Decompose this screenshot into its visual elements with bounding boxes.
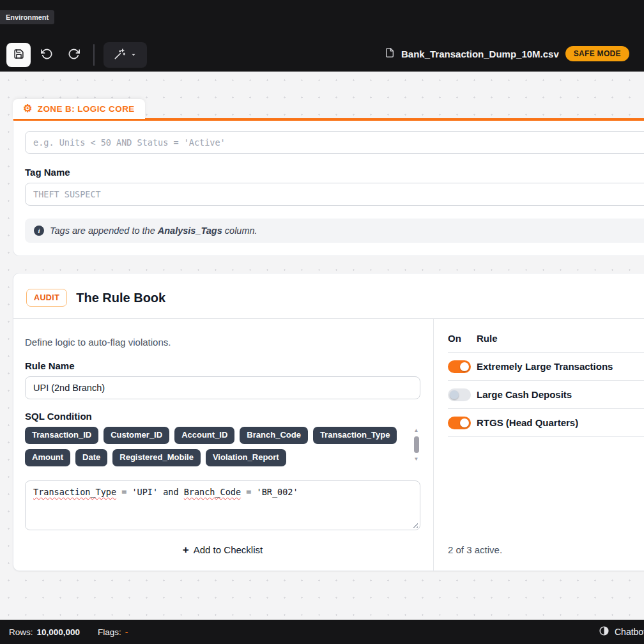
active-file-info: Bank_Transaction_Dump_10M.csv SAFE MODE	[385, 46, 629, 61]
save-icon	[13, 49, 24, 61]
column-pill[interactable]: Branch_Code	[240, 427, 308, 444]
rows-value: 10,000,000	[37, 627, 80, 637]
rules-list-column: On Rule Extremely Large TransactionsLarg…	[434, 319, 644, 571]
redo-icon	[68, 48, 80, 62]
magic-wand-icon	[114, 48, 126, 62]
rule-toggle[interactable]	[448, 360, 471, 373]
column-pill[interactable]: Account_ID	[174, 427, 234, 444]
zone-b-tab-label: ZONE B: LOGIC CORE	[38, 104, 135, 114]
top-toolbar: Environment	[0, 0, 644, 72]
chatbot-icon	[599, 625, 610, 638]
toolbar-buttons	[6, 42, 147, 68]
tag-name-label: Tag Name	[25, 167, 644, 178]
chevron-down-icon	[130, 50, 137, 60]
info-note-text: Tags are appended to the Analysis_Tags c…	[50, 226, 257, 236]
pill-list-scrollbar[interactable]: ▲ ▼	[412, 427, 420, 475]
column-pill[interactable]: Registered_Mobile	[112, 449, 201, 466]
rows-label: Rows:	[9, 627, 33, 637]
sql-condition-text: Transaction_Type = 'UPI' and Branch_Code…	[33, 487, 412, 497]
column-pill[interactable]: Violation_Report	[206, 449, 286, 466]
magic-wand-button[interactable]	[103, 42, 147, 68]
main-content: ⚙ ZONE B: LOGIC CORE Tag Name i Tags are…	[0, 72, 644, 620]
rule-name-input[interactable]	[25, 376, 420, 399]
zone-b-tab[interactable]: ⚙ ZONE B: LOGIC CORE	[13, 99, 145, 119]
safe-mode-badge: SAFE MODE	[565, 46, 629, 61]
sql-token: Transaction_Type	[33, 487, 116, 497]
rule-book-body: Define logic to auto-flag violations. Ru…	[13, 319, 644, 571]
scrollbar-thumb[interactable]	[414, 436, 419, 453]
active-filename: Bank_Transaction_Dump_10M.csv	[401, 49, 559, 59]
rule-book-subtitle: Define logic to auto-flag violations.	[25, 337, 420, 348]
column-pill-area: Transaction_IDCustomer_IDAccount_IDBranc…	[25, 427, 420, 475]
sql-token: Branch_Code	[184, 487, 241, 497]
rule-label: RTGS (Head Quarters)	[477, 417, 578, 428]
column-pill[interactable]: Transaction_Type	[313, 427, 397, 444]
rule-book-panel: AUDIT The Rule Book Define logic to auto…	[13, 273, 644, 571]
file-icon	[385, 47, 395, 61]
plus-icon: +	[183, 544, 189, 555]
rule-column-header: Rule	[477, 333, 498, 344]
zone-b-card: Tag Name i Tags are appended to the Anal…	[13, 118, 644, 256]
status-bar: Rows: 10,000,000 Flags: - Chatbot	[0, 620, 644, 644]
info-note: i Tags are appended to the Analysis_Tags…	[25, 218, 644, 243]
column-pill-list: Transaction_IDCustomer_IDAccount_IDBranc…	[25, 427, 408, 475]
rule-label: Extremely Large Transactions	[477, 361, 613, 372]
chatbot-button[interactable]: Chatbot	[599, 620, 644, 644]
column-pill[interactable]: Customer_ID	[103, 427, 169, 444]
chatbot-label: Chatbot	[615, 627, 644, 637]
add-to-checklist-button[interactable]: + Add to Checklist	[183, 544, 263, 555]
rule-book-header: AUDIT The Rule Book	[13, 273, 644, 318]
rule-name-label: Rule Name	[25, 360, 420, 371]
add-to-checklist-label: Add to Checklist	[194, 544, 263, 555]
rule-book-title: The Rule Book	[76, 291, 165, 305]
sql-condition-input[interactable]: Transaction_Type = 'UPI' and Branch_Code…	[25, 480, 420, 530]
toolbar-separator	[93, 44, 95, 66]
sql-condition-label: SQL Condition	[25, 411, 420, 422]
scroll-up-icon[interactable]: ▲	[414, 428, 419, 433]
condition-input[interactable]	[25, 131, 644, 154]
column-pill[interactable]: Transaction_ID	[25, 427, 98, 444]
rules-table-body: Extremely Large TransactionsLarge Cash D…	[448, 353, 644, 437]
sql-token: = 'BR_002'	[241, 487, 298, 497]
redo-button[interactable]	[63, 43, 84, 67]
rule-label: Large Cash Deposits	[477, 389, 572, 400]
scroll-down-icon[interactable]: ▼	[414, 457, 419, 462]
rules-table-header: On Rule	[448, 333, 644, 353]
zone-b-panel: ⚙ ZONE B: LOGIC CORE Tag Name i Tags are…	[13, 99, 644, 256]
tag-name-input[interactable]	[25, 183, 644, 206]
rule-editor-column: Define logic to auto-flag violations. Ru…	[25, 319, 434, 571]
rule-row: Extremely Large Transactions	[448, 353, 644, 381]
gear-icon: ⚙	[23, 103, 33, 114]
rule-row: Large Cash Deposits	[448, 381, 644, 409]
app-window: Environment	[0, 0, 644, 644]
undo-icon	[41, 48, 53, 62]
resize-grip[interactable]	[411, 521, 418, 528]
environment-chip: Environment	[0, 10, 54, 24]
sql-token: = 'UPI' and	[116, 487, 184, 497]
save-button[interactable]	[6, 43, 31, 67]
column-pill[interactable]: Amount	[25, 449, 70, 466]
column-pill[interactable]: Date	[75, 449, 107, 466]
info-icon: i	[34, 226, 44, 236]
undo-button[interactable]	[36, 43, 57, 67]
rule-toggle[interactable]	[448, 388, 471, 401]
rule-toggle[interactable]	[448, 417, 471, 429]
on-column-header: On	[448, 333, 477, 344]
audit-badge: AUDIT	[26, 289, 67, 307]
active-rules-summary: 2 of 3 active.	[448, 544, 644, 555]
rule-row: RTGS (Head Quarters)	[448, 409, 644, 437]
flags-value: -	[125, 627, 128, 637]
flags-label: Flags:	[98, 627, 121, 637]
